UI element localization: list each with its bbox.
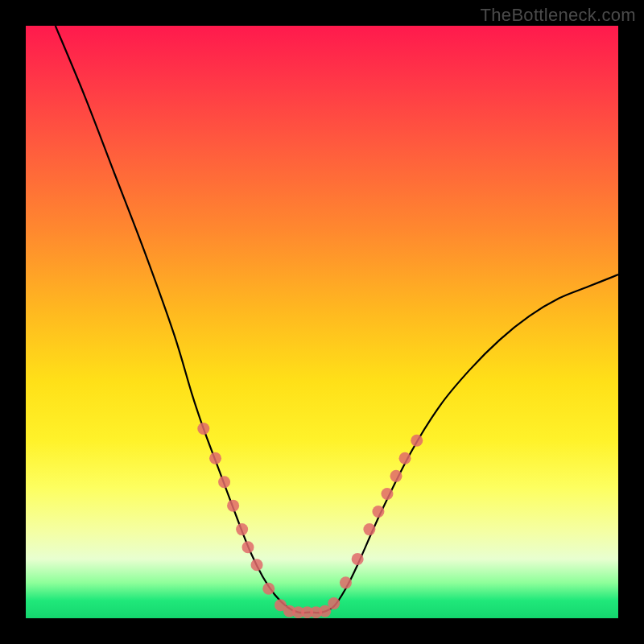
marker-dot [197, 423, 209, 435]
marker-dot [399, 452, 411, 464]
marker-dot [251, 559, 263, 571]
marker-dot [236, 523, 248, 535]
highlight-dots [197, 423, 423, 618]
marker-dot [242, 541, 254, 553]
marker-dot [262, 583, 275, 595]
marker-dot [340, 576, 352, 588]
marker-dot [363, 523, 375, 535]
marker-dot [328, 597, 340, 609]
marker-dot [381, 488, 393, 500]
marker-dot [411, 435, 423, 447]
plot-area [26, 26, 618, 618]
marker-dot [209, 452, 221, 464]
bottleneck-curve [56, 26, 618, 613]
marker-dot [390, 470, 402, 482]
marker-dot [352, 553, 364, 565]
marker-dot [218, 476, 230, 488]
chart-frame: TheBottleneck.com [0, 0, 644, 644]
marker-dot [372, 506, 384, 518]
watermark-text: TheBottleneck.com [481, 5, 636, 26]
curve-line [56, 26, 618, 613]
curve-svg [26, 26, 618, 618]
marker-dot [227, 500, 239, 512]
